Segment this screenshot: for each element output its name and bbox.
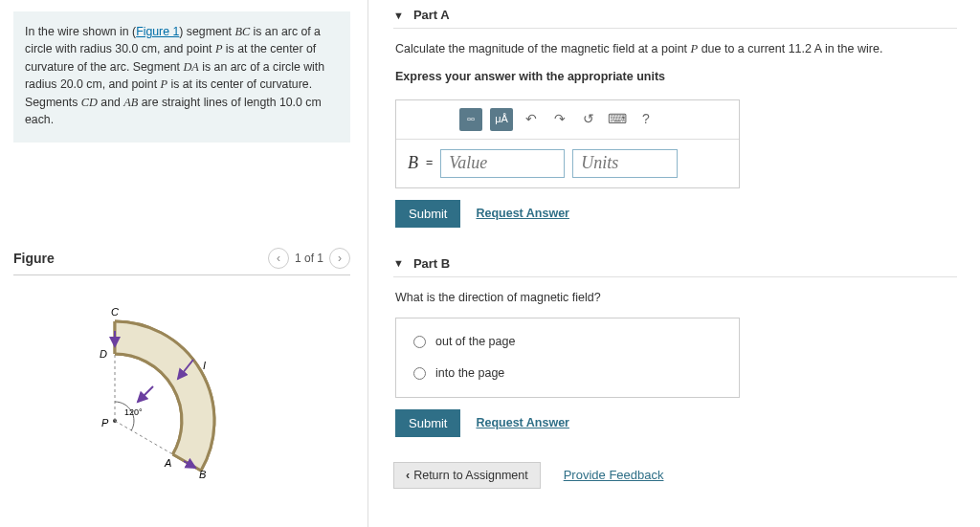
- partA-collapse-icon[interactable]: ▼: [393, 10, 404, 21]
- partA-instruction: Express your answer with the appropriate…: [395, 68, 957, 86]
- help-icon[interactable]: ?: [635, 109, 657, 130]
- svg-text:D: D: [100, 348, 107, 360]
- partA-request-answer-link[interactable]: Request Answer: [476, 205, 568, 223]
- pager-prev-button[interactable]: ‹: [268, 248, 289, 269]
- svg-line-10: [138, 386, 153, 402]
- units-input[interactable]: [572, 149, 678, 178]
- figure-pager: ‹ 1 of 1 ›: [268, 248, 350, 269]
- svg-text:P: P: [101, 417, 109, 428]
- svg-text:I: I: [203, 360, 206, 371]
- equals-label: =: [426, 154, 433, 172]
- provide-feedback-link[interactable]: Provide Feedback: [564, 468, 664, 482]
- svg-text:A: A: [164, 457, 171, 469]
- problem-statement: In the wire shown in (Figure 1) segment …: [13, 11, 350, 143]
- radio-group: out of the page into the page: [395, 318, 740, 398]
- radio-into-input[interactable]: [413, 367, 426, 380]
- partB-question: What is the direction of magnetic field?: [395, 289, 957, 307]
- svg-text:C: C: [111, 306, 119, 318]
- figure-diagram: P: [13, 287, 350, 481]
- radio-option-out[interactable]: out of the page: [396, 326, 739, 358]
- undo-icon[interactable]: ↶: [521, 109, 542, 130]
- reset-icon[interactable]: ↺: [578, 109, 599, 130]
- answer-block: ▫▫ μÅ ↶ ↷ ↺ ⌨ ? B =: [395, 99, 740, 188]
- keyboard-icon[interactable]: ⌨: [607, 109, 628, 130]
- template-icon[interactable]: ▫▫: [459, 108, 482, 131]
- partB-collapse-icon[interactable]: ▼: [393, 257, 404, 269]
- figure-link[interactable]: Figure 1: [136, 25, 179, 38]
- value-input[interactable]: [440, 149, 565, 178]
- return-button[interactable]: ‹Return to Assignment: [393, 462, 541, 489]
- partA-title: Part A: [413, 8, 450, 22]
- partB-title: Part B: [413, 256, 450, 271]
- radio-option-into[interactable]: into the page: [396, 358, 739, 389]
- svg-text:120°: 120°: [124, 407, 143, 417]
- variable-label: B: [408, 150, 418, 176]
- redo-icon[interactable]: ↷: [549, 109, 570, 130]
- partA-question: Calculate the magnitude of the magnetic …: [395, 40, 957, 58]
- partB-request-answer-link[interactable]: Request Answer: [476, 414, 568, 432]
- svg-text:B: B: [199, 469, 206, 478]
- partA-submit-button[interactable]: Submit: [395, 200, 460, 228]
- figure-title: Figure: [13, 251, 55, 266]
- units-button[interactable]: μÅ: [490, 108, 513, 131]
- pager-next-button[interactable]: ›: [329, 248, 350, 269]
- partB-submit-button[interactable]: Submit: [395, 409, 460, 437]
- radio-out-input[interactable]: [413, 336, 426, 348]
